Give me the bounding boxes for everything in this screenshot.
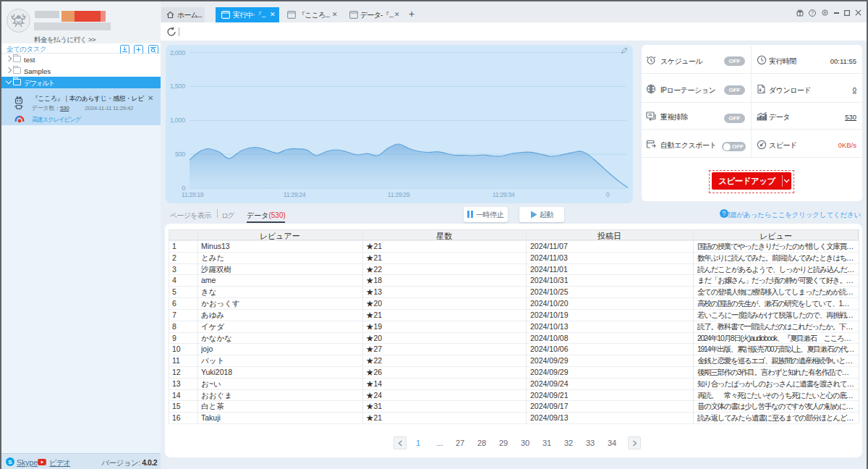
svg-text:500: 500 — [175, 151, 185, 158]
svg-text:0: 0 — [606, 191, 610, 198]
svg-text:11:29:34: 11:29:34 — [493, 191, 515, 198]
svg-text:?: ? — [811, 10, 814, 15]
svg-text:11:29:24: 11:29:24 — [284, 191, 306, 198]
svg-text:11:29:29: 11:29:29 — [388, 191, 410, 198]
svg-text:11:29:19: 11:29:19 — [182, 191, 204, 198]
svg-text:2,000: 2,000 — [170, 49, 185, 56]
svg-text:1,000: 1,000 — [170, 117, 185, 124]
svg-text:1,500: 1,500 — [170, 83, 185, 90]
svg-text:S: S — [8, 459, 12, 465]
